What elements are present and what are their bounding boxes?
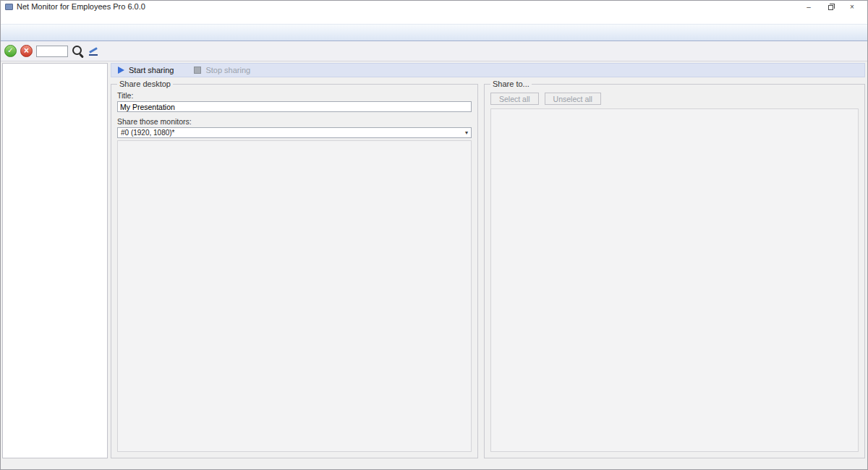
remote-computers-list: [117, 140, 472, 452]
stop-sharing-label: Stop sharing: [205, 66, 250, 74]
content-area: Start sharing Stop sharing Share desktop…: [1, 61, 867, 469]
start-sharing-button[interactable]: Start sharing: [118, 66, 174, 74]
share-desktop-group: Share desktop Title: Share those monitor…: [111, 80, 478, 458]
select-all-button[interactable]: Select all: [490, 93, 539, 105]
desktop-sharing-panel: Start sharing Stop sharing Share desktop…: [111, 63, 865, 458]
stop-icon: [194, 67, 201, 74]
pencil-icon[interactable]: [88, 45, 100, 57]
share-to-group: Share to... Select all Unselect all: [484, 80, 865, 458]
app-window: Net Monitor for Employees Pro 6.0.0 – × …: [0, 0, 868, 470]
sharing-toolbar: Start sharing Stop sharing: [111, 63, 865, 77]
monitors-value: #0 (1920, 1080)*: [121, 129, 175, 137]
title-label: Title:: [117, 91, 472, 100]
chevron-down-icon: ▾: [465, 129, 468, 136]
stop-sharing-button[interactable]: Stop sharing: [194, 66, 250, 74]
panels: Share desktop Title: Share those monitor…: [111, 80, 865, 458]
connect-icon[interactable]: [4, 45, 17, 57]
share-desktop-group-title: Share desktop: [117, 80, 173, 88]
start-sharing-label: Start sharing: [129, 66, 174, 74]
monitors-label: Share those monitors:: [117, 117, 472, 126]
tab-strip: [111, 41, 867, 61]
share-to-group-title: Share to...: [490, 80, 532, 88]
computer-tree: [2, 63, 108, 458]
monitors-select[interactable]: #0 (1920, 1080)* ▾: [117, 127, 472, 138]
play-icon: [118, 67, 124, 74]
titlebar: Net Monitor for Employees Pro 6.0.0 – ×: [1, 1, 867, 12]
app-icon: [5, 4, 13, 10]
share-to-computers-list: [490, 108, 859, 452]
window-controls: – ×: [798, 3, 863, 11]
presentation-title-input[interactable]: [117, 101, 472, 112]
quick-row: [1, 41, 867, 61]
unselect-all-button[interactable]: Unselect all: [545, 93, 601, 105]
close-button[interactable]: ×: [841, 3, 863, 11]
selection-buttons: Select all Unselect all: [490, 93, 859, 105]
minimize-button[interactable]: –: [798, 3, 820, 11]
menu-bar: [1, 12, 867, 24]
search-input[interactable]: [36, 46, 68, 57]
maximize-button[interactable]: [820, 3, 841, 11]
restore-icon: [828, 5, 833, 10]
connection-controls: [1, 41, 111, 61]
search-icon[interactable]: [72, 45, 84, 57]
disconnect-icon[interactable]: [20, 45, 33, 57]
main-toolbar: [1, 24, 867, 41]
window-title: Net Monitor for Employees Pro 6.0.0: [17, 2, 145, 11]
